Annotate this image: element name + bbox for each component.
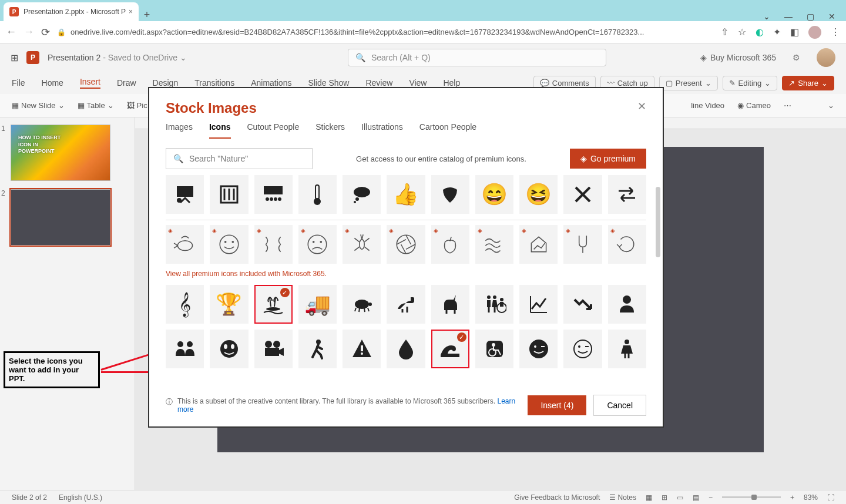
icon-trend-down[interactable] [563, 285, 602, 324]
icon-turtle[interactable] [343, 285, 381, 324]
minimize-icon[interactable]: — [784, 12, 793, 21]
icon-wink-solid[interactable] [519, 330, 558, 368]
user-avatar-icon[interactable] [817, 48, 835, 67]
icon-grin-emoji[interactable]: 😄 [475, 175, 513, 214]
settings-gear-icon[interactable]: ⚙ [793, 53, 800, 62]
dialog-close-icon[interactable]: ✕ [637, 100, 646, 116]
chevron-down-icon[interactable]: ⌄ [763, 12, 770, 21]
app-launcher-icon[interactable]: ⊞ [11, 52, 18, 63]
icon-waves-chart-premium[interactable]: ◈ [475, 225, 513, 264]
view-reading-icon[interactable]: ▭ [677, 493, 683, 502]
icon-arrows-swap[interactable] [608, 175, 646, 214]
tab-stickers[interactable]: Stickers [315, 122, 345, 139]
menu-design[interactable]: Design [153, 78, 179, 88]
icon-clownfish-premium[interactable]: ◈ [166, 225, 204, 264]
icon-recycle-premium[interactable]: ◈ [608, 225, 646, 264]
icon-trophy[interactable]: 🏆 [210, 285, 248, 324]
dialog-scrollbar[interactable] [656, 175, 660, 388]
menu-view[interactable]: View [409, 78, 427, 88]
view-all-premium-link[interactable]: View all premium icons included with Mic… [166, 270, 646, 278]
menu-help[interactable]: Help [443, 78, 460, 88]
back-icon[interactable]: ← [6, 26, 16, 38]
icon-wheelchair[interactable] [475, 330, 513, 368]
profile-avatar-icon[interactable] [808, 26, 821, 39]
dialog-search-input[interactable]: 🔍 [166, 148, 313, 169]
icon-warning[interactable] [343, 330, 381, 368]
icon-globe-face[interactable] [210, 330, 248, 368]
new-slide-button[interactable]: ▦New Slide ⌄ [12, 101, 65, 110]
icon-dinosaur[interactable] [387, 285, 425, 324]
share-button[interactable]: ↗Share⌄ [782, 76, 834, 90]
icon-walking[interactable] [298, 330, 337, 368]
language-indicator[interactable]: English (U.S.) [59, 493, 102, 502]
view-sorter-icon[interactable]: ⊞ [662, 493, 667, 502]
zoom-out-icon[interactable]: − [709, 493, 713, 502]
menu-insert[interactable]: Insert [80, 77, 100, 89]
editing-button[interactable]: ✎Editing⌄ [723, 76, 778, 90]
menu-draw[interactable]: Draw [117, 78, 136, 88]
tab-cartoon-people[interactable]: Cartoon People [419, 122, 476, 139]
menu-slideshow[interactable]: Slide Show [308, 78, 349, 88]
online-video-button-partial[interactable]: line Video [691, 101, 724, 110]
icon-palm-island[interactable] [254, 285, 293, 324]
slide-thumbnail-1[interactable]: HOW TO INSERT ICON IN POWERPOINT [11, 125, 110, 181]
maximize-icon[interactable]: ▢ [807, 12, 814, 21]
close-window-icon[interactable]: ✕ [828, 12, 835, 21]
icon-truck[interactable]: 🚚 [298, 285, 337, 324]
icon-thumbs-up[interactable]: 👍 [387, 175, 425, 214]
menu-animations[interactable]: Animations [251, 78, 291, 88]
icon-house-chart-premium[interactable]: ◈ [519, 225, 558, 264]
cancel-button[interactable]: Cancel [593, 395, 646, 416]
menu-review[interactable]: Review [365, 78, 392, 88]
go-premium-button[interactable]: ◈ Go premium [570, 149, 646, 169]
icon-presentation-screen[interactable] [166, 175, 204, 214]
share-icon[interactable]: ⇧ [721, 26, 728, 38]
tab-cutout-people[interactable]: Cutout People [247, 122, 300, 139]
buy-microsoft-365-button[interactable]: ◈ Buy Microsoft 365 [700, 53, 776, 62]
zoom-in-icon[interactable]: + [790, 493, 794, 502]
kebab-menu-icon[interactable]: ⋮ [831, 26, 840, 38]
icon-line-chart-up[interactable] [519, 285, 558, 324]
address-bar[interactable]: 🔒 onedrive.live.com/edit.aspx?action=edi… [57, 28, 714, 36]
menu-file[interactable]: File [12, 78, 25, 88]
search-field[interactable] [189, 154, 305, 163]
collapse-ribbon-icon[interactable]: ⌄ [828, 101, 834, 110]
icon-video-camera[interactable] [254, 330, 293, 368]
reload-icon[interactable]: ⟳ [41, 26, 50, 39]
icon-mosquito-premium[interactable]: ◈ [343, 225, 381, 264]
pictures-button-partial[interactable]: 🖼Pic [127, 101, 147, 110]
extensions-icon[interactable]: ✦ [773, 26, 781, 38]
icon-tools-cross[interactable] [563, 175, 602, 214]
icon-apple-premium[interactable]: ◈ [431, 225, 469, 264]
icon-smile-outline-premium[interactable]: ◈ [210, 225, 248, 264]
menu-home[interactable]: Home [42, 78, 63, 88]
table-button[interactable]: ▦Table ⌄ [78, 101, 114, 110]
cameo-button[interactable]: ◉Cameo [737, 101, 771, 110]
tab-close-icon[interactable]: × [129, 8, 133, 16]
view-normal-icon[interactable]: ▦ [646, 493, 652, 502]
zoom-slider[interactable] [722, 496, 781, 498]
icon-test-tubes[interactable] [210, 175, 248, 214]
slide-thumbnail-2[interactable] [11, 189, 110, 246]
icon-treble-clef[interactable]: 𝄞 [166, 285, 204, 324]
icon-people-group[interactable] [166, 330, 204, 368]
icon-compress-premium[interactable]: ◈ [254, 225, 293, 264]
icon-unicorn[interactable] [431, 285, 469, 324]
icon-frown-premium[interactable]: ◈ [298, 225, 337, 264]
bookmark-star-icon[interactable]: ☆ [738, 26, 746, 38]
search-bar[interactable]: 🔍 Search (Alt + Q) [348, 49, 606, 66]
icon-user[interactable] [608, 285, 646, 324]
tab-icons[interactable]: Icons [209, 122, 231, 139]
present-button[interactable]: ▢Present⌄ [659, 76, 718, 90]
icon-restroom[interactable] [475, 285, 513, 324]
icon-thermometer[interactable] [298, 175, 337, 214]
icon-water-drop[interactable] [387, 330, 425, 368]
browser-tab[interactable]: P Presentation 2.pptx - Microsoft P × [4, 2, 139, 21]
new-tab-button[interactable]: + [139, 9, 155, 21]
icon-crazy-emoji[interactable]: 😆 [519, 175, 558, 214]
view-slideshow-icon[interactable]: ▤ [693, 493, 699, 502]
tab-illustrations[interactable]: Illustrations [361, 122, 403, 139]
extension-grammarly-icon[interactable]: ◐ [756, 26, 764, 38]
icon-aperture-premium[interactable]: ◈ [387, 225, 425, 264]
forward-icon[interactable]: → [24, 26, 34, 38]
